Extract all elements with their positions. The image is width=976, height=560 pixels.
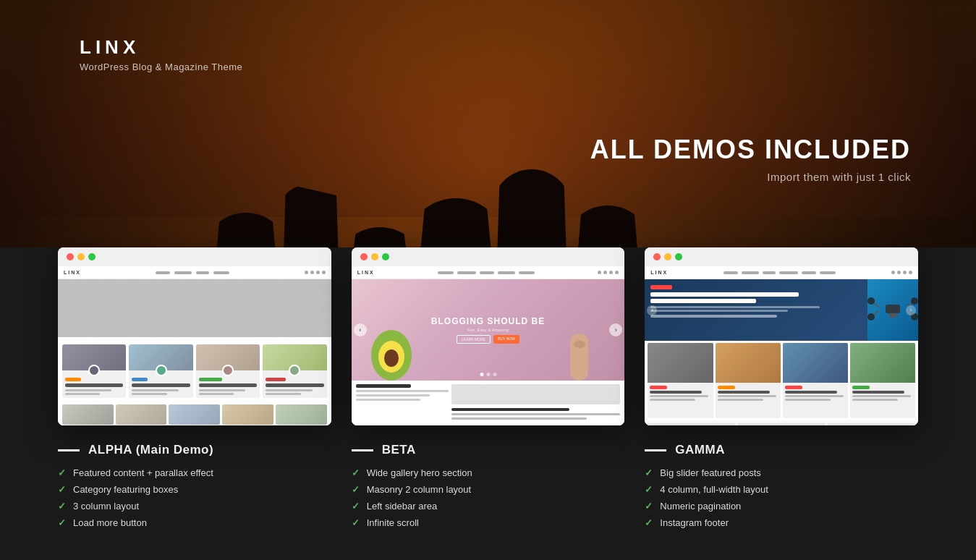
alpha-sub2-1 xyxy=(65,393,100,395)
alpha-nav-social xyxy=(305,271,326,274)
gamma-arrow-right[interactable]: › xyxy=(906,305,916,315)
feature-gamma-2: ✓ 4 column, full-width layout xyxy=(645,484,918,495)
beta-social-3 xyxy=(609,271,613,274)
beta-sidebar-line-3 xyxy=(356,399,421,401)
demo-card-beta: LINX xyxy=(352,247,625,531)
alpha-social-3 xyxy=(316,271,320,274)
alpha-sub-4 xyxy=(266,389,312,391)
logo-area: LINX WordPress Blog & Magazine Theme xyxy=(80,36,242,72)
beta-main-content xyxy=(451,384,621,420)
svg-point-13 xyxy=(867,297,875,305)
browser-bar-beta xyxy=(352,247,625,266)
feature-label-beta-4: Infinite scroll xyxy=(367,517,419,528)
alpha-badge-1 xyxy=(65,378,81,381)
gamma-nav-logo: LINX xyxy=(650,270,668,275)
alpha-social-1 xyxy=(305,271,308,274)
gamma-card-img-1 xyxy=(648,343,713,383)
beta-arrow-right[interactable]: › xyxy=(609,323,622,336)
svg-rect-17 xyxy=(889,313,896,318)
feature-beta-3: ✓ Left sidebar area xyxy=(352,501,625,512)
alpha-nav-link-3 xyxy=(196,271,209,274)
gamma-card-title-4 xyxy=(852,391,904,394)
check-icon-gamma-4: ✓ xyxy=(645,517,653,528)
beta-hero-btn-learn[interactable]: LEARN MORE xyxy=(457,335,491,344)
gamma-card-badge-2 xyxy=(718,386,735,389)
alpha-badge-3 xyxy=(199,378,222,381)
browser-mockup-gamma: LINX xyxy=(645,247,918,425)
gamma-hero-main: ‹ › xyxy=(645,279,918,341)
gamma-card-3 xyxy=(783,343,848,418)
gamma-nav-social xyxy=(891,271,912,274)
headline-area: ALL DEMOS INCLUDED Import them with just… xyxy=(590,134,911,183)
feature-beta-4: ✓ Infinite scroll xyxy=(352,517,625,528)
demos-container: LINX xyxy=(0,247,976,560)
gamma-card-badge-1 xyxy=(650,386,667,389)
gamma-social-2 xyxy=(897,271,901,274)
feature-label-alpha-3: 3 column layout xyxy=(73,501,139,512)
svg-point-7 xyxy=(574,341,585,348)
demo-card-alpha: LINX xyxy=(58,247,331,531)
beta-sidebar-line-1 xyxy=(356,390,449,392)
gamma-card-text2-4 xyxy=(852,399,898,401)
feature-label-gamma-4: Instagram footer xyxy=(660,517,729,528)
beta-avocado xyxy=(370,319,413,381)
svg-point-5 xyxy=(384,349,399,367)
gamma-hero-desc-2 xyxy=(650,310,788,312)
beta-mockup-inner: LINX xyxy=(352,266,625,425)
gamma-card-text2-1 xyxy=(650,399,695,401)
beta-hero-title: BLOGGING SHOULD BE xyxy=(431,316,545,326)
gamma-card-img-3 xyxy=(783,343,848,383)
alpha-card-avatar-4 xyxy=(289,365,300,376)
check-icon-alpha-2: ✓ xyxy=(58,484,66,495)
dot-green-beta xyxy=(382,253,389,260)
beta-hand xyxy=(566,319,592,381)
gamma-nav-link-2 xyxy=(742,271,759,274)
gamma-hero-title2 xyxy=(650,299,756,303)
demos-grid: LINX xyxy=(58,247,918,531)
alpha-card-1 xyxy=(62,344,126,398)
gamma-card-text-1 xyxy=(650,395,708,397)
alpha-gallery-4 xyxy=(222,404,273,425)
browser-content-gamma: LINX xyxy=(645,266,918,425)
demo-title-row-gamma: GAMMA xyxy=(645,443,918,457)
gamma-card-2 xyxy=(716,343,781,418)
alpha-title-4 xyxy=(266,383,323,387)
alpha-card-img-4 xyxy=(263,344,326,370)
feature-beta-1: ✓ Wide gallery hero section xyxy=(352,467,625,478)
gamma-arrow-left[interactable]: ‹ xyxy=(647,305,657,315)
beta-arrow-left[interactable]: ‹ xyxy=(354,323,367,336)
alpha-hero-area xyxy=(58,279,331,337)
alpha-sub-3 xyxy=(199,389,245,391)
demo-title-row-beta: BETA xyxy=(352,443,625,457)
gamma-more-1 xyxy=(648,423,736,425)
gamma-card-badge-4 xyxy=(852,386,870,389)
gamma-card-title-1 xyxy=(650,391,702,394)
beta-hero-btn-buy[interactable]: BUY NOW xyxy=(493,335,519,344)
alpha-featured-cards xyxy=(58,337,331,401)
gamma-card-text2-2 xyxy=(718,399,763,401)
check-icon-gamma-1: ✓ xyxy=(645,467,653,478)
alpha-card-img-2 xyxy=(129,344,192,370)
gamma-more-3 xyxy=(827,423,915,425)
gamma-mockup-inner: LINX xyxy=(645,266,918,425)
demo-dash-alpha xyxy=(58,449,80,451)
beta-hero: BLOGGING SHOULD BE Fun, Easy & Amazing L… xyxy=(352,279,625,381)
alpha-nav-links xyxy=(156,271,229,274)
dot-green-gamma xyxy=(675,253,682,260)
demo-features-alpha: ✓ Featured content + parallax effect ✓ C… xyxy=(58,467,331,528)
feature-alpha-1: ✓ Featured content + parallax effect xyxy=(58,467,331,478)
logo-text: LINX xyxy=(80,36,242,59)
beta-nav-social xyxy=(598,271,619,274)
logo-subtitle: WordPress Blog & Magazine Theme xyxy=(80,61,242,72)
beta-nav-link-1 xyxy=(438,271,454,274)
alpha-sub2-2 xyxy=(132,393,166,395)
feature-alpha-4: ✓ Load more button xyxy=(58,517,331,528)
alpha-badge-4 xyxy=(266,378,286,381)
alpha-nav-link-1 xyxy=(156,271,170,274)
alpha-nav-link-4 xyxy=(213,271,229,274)
gamma-card-badge-3 xyxy=(785,386,802,389)
check-icon-alpha-4: ✓ xyxy=(58,517,66,528)
feature-label-gamma-2: 4 column, full-width layout xyxy=(660,484,768,495)
feature-label-gamma-3: Numeric pagination xyxy=(660,501,741,512)
alpha-nav: LINX xyxy=(58,266,331,279)
